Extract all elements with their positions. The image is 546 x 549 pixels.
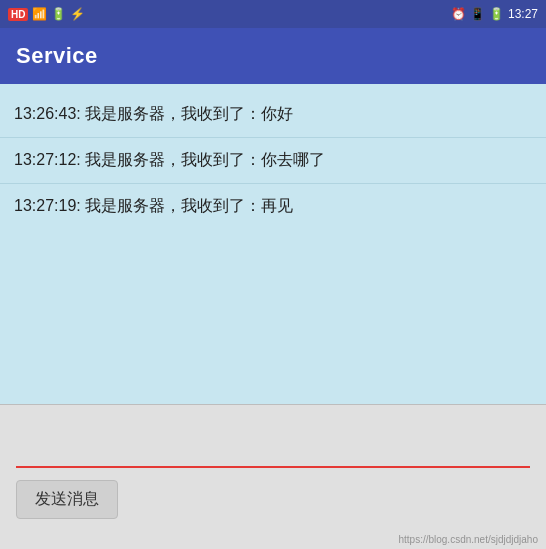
- list-item: 13:27:19: 我是服务器，我收到了：再见: [0, 184, 546, 229]
- toolbar: Service: [0, 28, 546, 84]
- list-item: 13:26:43: 我是服务器，我收到了：你好: [0, 92, 546, 138]
- wifi-icon: 🔋: [51, 7, 66, 21]
- message-list: 13:26:43: 我是服务器，我收到了：你好 13:27:12: 我是服务器，…: [0, 84, 546, 404]
- signal-icon: 📶: [32, 7, 47, 21]
- message-text: 13:27:19: 我是服务器，我收到了：再见: [14, 197, 293, 214]
- list-item: 13:27:12: 我是服务器，我收到了：你去哪了: [0, 138, 546, 184]
- screen-icon: 📱: [470, 7, 485, 21]
- message-input[interactable]: [16, 436, 530, 468]
- usb-icon: ⚡: [70, 7, 85, 21]
- send-button[interactable]: 发送消息: [16, 480, 118, 519]
- page-title: Service: [16, 43, 98, 69]
- time-display: 13:27: [508, 7, 538, 21]
- status-bar: HD 📶 🔋 ⚡ ⏰ 📱 🔋 13:27: [0, 0, 546, 28]
- battery-icon: 🔋: [489, 7, 504, 21]
- status-left: HD 📶 🔋 ⚡: [8, 7, 85, 21]
- alarm-icon: ⏰: [451, 7, 466, 21]
- status-right: ⏰ 📱 🔋 13:27: [451, 7, 538, 21]
- bottom-section: 发送消息: [0, 404, 546, 549]
- watermark: https://blog.csdn.net/sjdjdjdjaho: [398, 534, 538, 545]
- message-text: 13:27:12: 我是服务器，我收到了：你去哪了: [14, 151, 325, 168]
- hd-badge: HD: [8, 8, 28, 21]
- message-text: 13:26:43: 我是服务器，我收到了：你好: [14, 105, 293, 122]
